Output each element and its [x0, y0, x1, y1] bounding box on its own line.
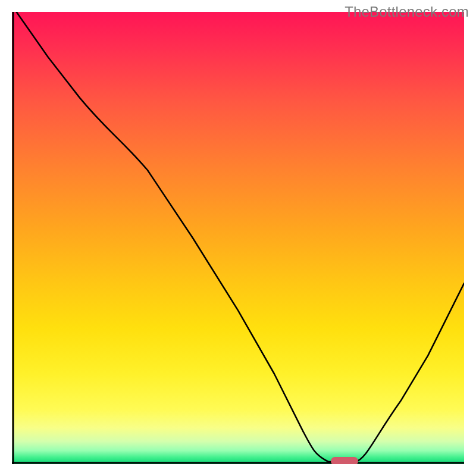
chart-container: TheBottleneck.com	[0, 0, 476, 476]
watermark-text: TheBottleneck.com	[345, 4, 469, 20]
bottleneck-curve	[17, 12, 464, 462]
plot-area	[12, 12, 464, 464]
sweet-spot-marker	[331, 457, 358, 464]
plot-svg	[12, 12, 464, 464]
